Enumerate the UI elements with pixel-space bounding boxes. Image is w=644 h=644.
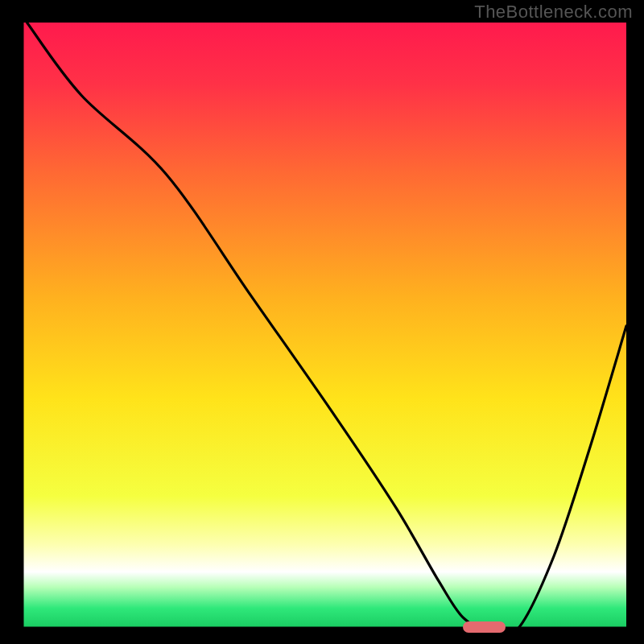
chart-svg bbox=[21, 23, 626, 630]
plot-frame bbox=[18, 23, 626, 633]
chart-container: TheBottleneck.com bbox=[0, 0, 644, 644]
plot-area bbox=[21, 23, 626, 630]
gradient-background bbox=[21, 23, 626, 630]
watermark-text: TheBottleneck.com bbox=[474, 2, 633, 23]
optimal-marker bbox=[463, 621, 506, 633]
